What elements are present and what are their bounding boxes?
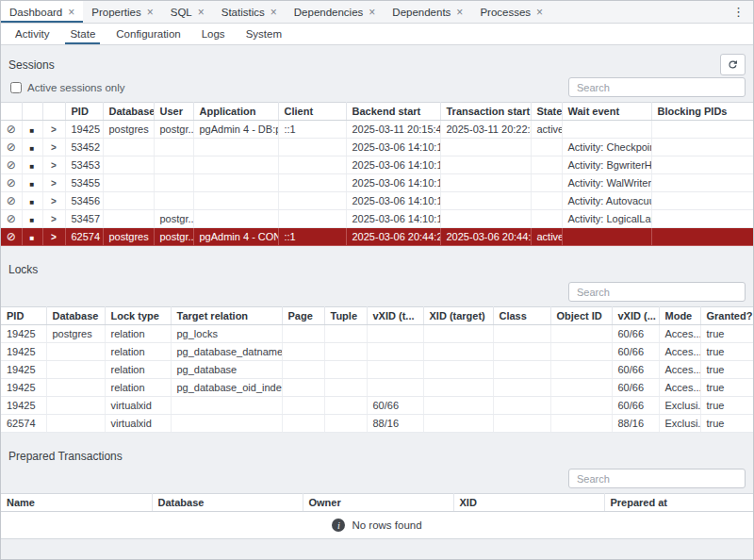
terminate-session-icon[interactable]: ■ xyxy=(30,144,35,153)
tab-properties[interactable]: Properties× xyxy=(83,1,161,23)
table-row[interactable]: ⊘■>534562025-03-06 14:10:11 ...Activity:… xyxy=(1,192,754,210)
locks-search-input[interactable] xyxy=(568,282,746,302)
action-cell[interactable]: ⊘ xyxy=(1,121,22,139)
expand-row-icon[interactable]: > xyxy=(51,178,57,189)
action-cell[interactable]: ■ xyxy=(22,210,42,228)
cancel-query-icon[interactable]: ⊘ xyxy=(7,158,16,172)
active-sessions-checkbox[interactable] xyxy=(10,82,22,93)
action-cell[interactable]: > xyxy=(42,228,65,246)
table-row[interactable]: ⊘■>19425postgrespostgr...pgAdmin 4 - DB:… xyxy=(1,121,754,139)
action-cell[interactable]: ⊘ xyxy=(1,139,22,156)
table-row[interactable]: 19425relationpg_database60/66Acces...tru… xyxy=(1,361,754,379)
cancel-query-icon[interactable]: ⊘ xyxy=(7,123,16,136)
tab-logs[interactable]: Logs xyxy=(191,24,236,44)
column-header-database[interactable]: Database xyxy=(46,307,105,325)
column-header-wait-event[interactable]: Wait event xyxy=(562,103,651,121)
cancel-query-icon[interactable]: ⊘ xyxy=(7,194,16,207)
column-header-target-relation[interactable]: Target relation xyxy=(171,307,282,325)
terminate-session-icon[interactable]: ■ xyxy=(30,162,35,171)
action-cell[interactable]: ■ xyxy=(22,121,42,139)
action-cell[interactable]: > xyxy=(42,121,65,139)
tab-state[interactable]: State xyxy=(59,24,106,44)
column-header-database[interactable]: Database xyxy=(152,494,303,512)
sessions-search-input[interactable] xyxy=(568,77,746,97)
column-header-prepared-at[interactable]: Prepared at xyxy=(604,494,754,512)
close-icon[interactable]: × xyxy=(456,7,463,18)
action-cell[interactable]: ■ xyxy=(22,192,42,210)
action-cell[interactable]: > xyxy=(42,139,65,156)
overflow-menu-icon[interactable]: ⋮ xyxy=(724,1,753,23)
close-icon[interactable]: × xyxy=(369,7,375,18)
expand-row-icon[interactable]: > xyxy=(51,196,57,206)
tab-dashboard[interactable]: Dashboard× xyxy=(1,1,83,23)
column-header-name[interactable]: Name xyxy=(1,494,152,512)
action-cell[interactable]: > xyxy=(42,156,65,174)
action-cell[interactable]: ⊘ xyxy=(1,228,22,246)
table-row[interactable]: ⊘■>53457postgr...2025-03-06 14:10:11 ...… xyxy=(1,210,754,228)
column-header-database[interactable]: Database xyxy=(103,103,154,121)
close-icon[interactable]: × xyxy=(198,7,205,18)
cancel-query-icon[interactable]: ⊘ xyxy=(7,230,16,243)
table-row[interactable]: 19425virtualxid60/6660/66Exclusi...true xyxy=(1,397,754,415)
terminate-session-icon[interactable]: ■ xyxy=(30,180,35,189)
action-cell[interactable]: > xyxy=(42,174,65,192)
active-sessions-filter[interactable]: Active sessions only xyxy=(8,82,125,93)
column-header-lock-type[interactable]: Lock type xyxy=(105,307,171,325)
table-row[interactable]: ⊘■>534532025-03-06 14:10:11 ...Activity:… xyxy=(1,156,754,174)
table-row[interactable]: 19425relationpg_database_datname_ind...6… xyxy=(1,343,754,361)
action-cell[interactable]: ⊘ xyxy=(1,174,22,192)
action-cell[interactable]: ■ xyxy=(22,174,42,192)
expand-row-icon[interactable]: > xyxy=(51,142,57,153)
tab-activity[interactable]: Activity xyxy=(5,24,59,44)
column-header-class[interactable]: Class xyxy=(493,307,550,325)
column-header-application[interactable]: Application xyxy=(193,103,278,121)
column-header-transaction-start[interactable]: Transaction start xyxy=(440,103,531,121)
column-header-xid-target[interactable]: XID (target) xyxy=(423,307,493,325)
tab-sql[interactable]: SQL× xyxy=(162,1,213,23)
terminate-session-icon[interactable]: ■ xyxy=(30,234,35,242)
column-header-backend-start[interactable]: Backend start xyxy=(346,103,440,121)
action-cell[interactable]: ■ xyxy=(22,228,42,246)
action-cell[interactable]: ■ xyxy=(22,139,42,156)
action-cell[interactable]: > xyxy=(42,210,65,228)
column-header-tuple[interactable]: Tuple xyxy=(324,307,367,325)
cancel-query-icon[interactable]: ⊘ xyxy=(7,212,16,225)
tab-dependencies[interactable]: Dependencies× xyxy=(286,1,385,23)
close-icon[interactable]: × xyxy=(68,7,74,18)
column-header-xid[interactable]: XID xyxy=(453,494,604,512)
expand-row-icon[interactable]: > xyxy=(51,214,57,224)
table-row[interactable]: 19425relationpg_database_oid_index60/66A… xyxy=(1,379,754,397)
tab-processes[interactable]: Processes× xyxy=(471,1,551,23)
cancel-query-icon[interactable]: ⊘ xyxy=(7,140,16,154)
column-header-blocking-pids[interactable]: Blocking PIDs xyxy=(651,103,754,121)
column-header-pid[interactable]: PID xyxy=(65,103,103,121)
action-cell[interactable]: ⊘ xyxy=(1,192,22,210)
table-row[interactable]: 62574virtualxid88/1688/16Exclusi...true xyxy=(1,415,754,433)
cancel-query-icon[interactable]: ⊘ xyxy=(7,176,16,189)
terminate-session-icon[interactable]: ■ xyxy=(30,216,35,224)
action-cell[interactable]: ■ xyxy=(22,156,42,174)
column-header-vxid-t[interactable]: vXID (t... xyxy=(367,307,423,325)
terminate-session-icon[interactable]: ■ xyxy=(30,198,35,206)
expand-row-icon[interactable]: > xyxy=(51,232,57,242)
tab-system[interactable]: System xyxy=(236,24,292,44)
tab-configuration[interactable]: Configuration xyxy=(106,24,190,44)
table-row[interactable]: ⊘■>534552025-03-06 14:10:11 ...Activity:… xyxy=(1,174,754,192)
close-icon[interactable]: × xyxy=(270,7,277,18)
close-icon[interactable]: × xyxy=(147,7,154,18)
expand-row-icon[interactable]: > xyxy=(51,124,57,135)
refresh-button[interactable] xyxy=(720,54,746,75)
expand-row-icon[interactable]: > xyxy=(51,160,57,171)
column-header-client[interactable]: Client xyxy=(278,103,346,121)
column-header-owner[interactable]: Owner xyxy=(303,494,453,512)
column-header-vxid[interactable]: vXID (... xyxy=(612,307,659,325)
column-header-user[interactable]: User xyxy=(154,103,193,121)
action-cell[interactable]: ⊘ xyxy=(1,156,22,174)
tab-dependents[interactable]: Dependents× xyxy=(384,1,471,23)
tab-statistics[interactable]: Statistics× xyxy=(213,1,286,23)
close-icon[interactable]: × xyxy=(536,7,543,18)
column-header-object-id[interactable]: Object ID xyxy=(550,307,612,325)
terminate-session-icon[interactable]: ■ xyxy=(30,126,35,135)
table-row[interactable]: ⊘■>62574postgrespostgr...pgAdmin 4 - CON… xyxy=(1,228,754,246)
prepared-search-input[interactable] xyxy=(568,469,746,488)
